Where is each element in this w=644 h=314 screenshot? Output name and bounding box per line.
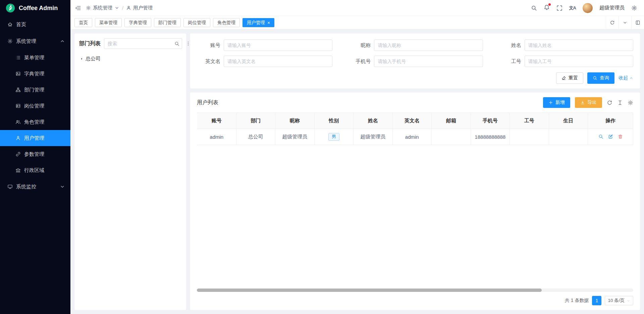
column-header: 姓名 xyxy=(354,113,393,129)
sidebar-item-dept-management[interactable]: 部门管理 xyxy=(0,82,70,98)
name-input[interactable] xyxy=(525,40,633,51)
sidebar-item-menu-management[interactable]: 菜单管理 xyxy=(0,50,70,66)
nickname-input[interactable] xyxy=(374,40,483,51)
en-name-input[interactable] xyxy=(224,56,332,67)
refresh-icon[interactable] xyxy=(607,100,612,106)
list-icon xyxy=(15,55,21,60)
table-cell xyxy=(510,129,549,145)
table-cell: admin xyxy=(392,129,432,145)
search-button[interactable]: 查询 xyxy=(587,72,614,84)
sidebar-collapse-icon[interactable] xyxy=(75,5,81,11)
sidebar-item-role-management[interactable]: 角色管理 xyxy=(0,114,70,130)
sidebar-item-dict-management[interactable]: 字典管理 xyxy=(0,66,70,82)
table-settings-gear-icon[interactable] xyxy=(628,100,633,106)
tab-post-management[interactable]: 岗位管理 xyxy=(183,18,210,27)
home-icon xyxy=(7,22,13,27)
sidebar-item-label: 系统监控 xyxy=(16,184,36,190)
scrollbar-thumb[interactable] xyxy=(197,289,542,292)
tab-menu-management[interactable]: 菜单管理 xyxy=(95,18,122,27)
app-root: Coffee Admin 首页系统管理菜单管理字典管理部门管理岗位管理角色管理用… xyxy=(0,0,644,314)
page-size-select[interactable]: 10 条/页 xyxy=(605,296,633,305)
tree-node-label: 总公司 xyxy=(86,56,101,62)
sidebar-item-label: 岗位管理 xyxy=(24,103,44,109)
content-area: 部门列表 总公司 账号昵称姓名英文名手机号工号 重置 xyxy=(70,29,644,314)
sidebar-item-label: 字典管理 xyxy=(24,71,44,77)
collapse-link[interactable]: 收起 xyxy=(619,75,633,81)
user-icon xyxy=(126,5,131,10)
tab-label: 岗位管理 xyxy=(188,20,206,26)
sidebar-item-system-management[interactable]: 系统管理 xyxy=(0,33,70,50)
monitor-icon xyxy=(7,184,13,189)
page-button[interactable]: 1 xyxy=(592,296,601,305)
field-label: 昵称 xyxy=(347,42,371,49)
region-icon xyxy=(15,168,21,173)
account-input[interactable] xyxy=(224,40,332,51)
table-row: admin总公司超级管理员男超级管理员admin18888888888 xyxy=(197,129,633,145)
tab-home[interactable]: 首页 xyxy=(74,18,92,27)
fullscreen-icon[interactable] xyxy=(556,5,562,11)
search-icon[interactable] xyxy=(531,5,537,11)
column-header: 工号 xyxy=(510,113,549,129)
table-cell: 超级管理员 xyxy=(275,129,315,145)
view-icon[interactable] xyxy=(598,134,603,139)
avatar[interactable] xyxy=(583,3,593,13)
notification-bell[interactable] xyxy=(544,4,550,12)
username[interactable]: 超级管理员 xyxy=(599,5,625,11)
tab-user-management[interactable]: 用户管理× xyxy=(243,18,274,27)
reset-button[interactable]: 重置 xyxy=(556,72,583,84)
tab-dept-management[interactable]: 部门管理 xyxy=(154,18,181,27)
form-item-nickname: 昵称 xyxy=(347,40,483,51)
tab-role-management[interactable]: 角色管理 xyxy=(213,18,240,27)
edit-icon[interactable] xyxy=(608,134,613,139)
work-no-input[interactable] xyxy=(525,56,633,67)
delete-icon[interactable] xyxy=(618,134,623,139)
phone-input[interactable] xyxy=(374,56,483,67)
sidebar-item-label: 角色管理 xyxy=(24,119,44,125)
caret-right-icon[interactable] xyxy=(80,57,84,61)
breadcrumb-item-user[interactable]: 用户管理 xyxy=(126,5,153,11)
close-icon[interactable]: × xyxy=(267,20,270,25)
sidebar-item-user-management[interactable]: 用户管理 xyxy=(0,130,70,146)
actions-cell xyxy=(588,129,633,145)
user-list-title: 用户列表 xyxy=(197,99,218,106)
tab-label: 菜单管理 xyxy=(99,20,117,26)
column-header: 部门 xyxy=(236,113,275,129)
sidebar-item-home[interactable]: 首页 xyxy=(0,16,70,33)
layout-icon[interactable] xyxy=(631,16,644,29)
column-header: 昵称 xyxy=(275,113,315,129)
gender-tag: 男 xyxy=(328,133,339,141)
table-cell: 总公司 xyxy=(236,129,275,145)
field-label: 姓名 xyxy=(498,42,521,49)
role-icon xyxy=(15,119,21,125)
breadcrumb: 系统管理 / 用户管理 xyxy=(86,5,153,11)
table-cell xyxy=(549,129,588,145)
form-item-work-no: 工号 xyxy=(498,56,633,67)
settings-gear-icon[interactable] xyxy=(631,5,637,11)
tab-dict-management[interactable]: 字典管理 xyxy=(124,18,151,27)
sidebar-item-post-management[interactable]: 岗位管理 xyxy=(0,98,70,114)
column-header: 手机号 xyxy=(471,113,510,129)
sidebar-item-label: 参数管理 xyxy=(24,151,44,158)
search-icon[interactable] xyxy=(172,41,182,46)
add-button[interactable]: 新增 xyxy=(543,97,570,108)
export-button[interactable]: 导出 xyxy=(575,97,602,108)
field-label: 手机号 xyxy=(347,58,371,65)
chevron-down-icon[interactable] xyxy=(619,16,631,29)
breadcrumb-item-system[interactable]: 系统管理 xyxy=(86,5,119,11)
sidebar-item-label: 行政区域 xyxy=(24,167,44,174)
param-icon xyxy=(15,151,21,157)
field-label: 英文名 xyxy=(197,58,220,65)
tree-node[interactable]: 总公司 xyxy=(79,54,181,64)
sidebar-item-label: 系统管理 xyxy=(16,38,36,45)
department-panel-title: 部门列表 xyxy=(79,40,101,47)
column-settings-icon[interactable] xyxy=(617,100,623,106)
refresh-icon[interactable] xyxy=(606,16,619,29)
tab-tools xyxy=(606,16,644,29)
header-actions: 文A 超级管理员 xyxy=(531,3,637,13)
translate-icon[interactable]: 文A xyxy=(569,5,576,11)
department-search-input[interactable] xyxy=(104,41,172,46)
sidebar-item-system-monitor[interactable]: 系统监控 xyxy=(0,178,70,195)
sidebar-item-param-management[interactable]: 参数管理 xyxy=(0,146,70,162)
department-panel: 部门列表 总公司 xyxy=(74,34,186,310)
sidebar-item-admin-region[interactable]: 行政区域 xyxy=(0,162,70,178)
